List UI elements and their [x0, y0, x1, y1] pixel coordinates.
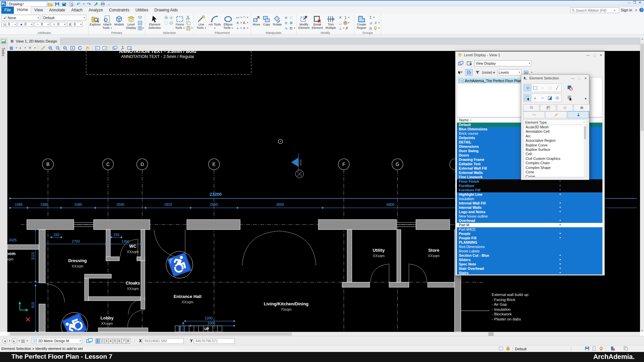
styles-tab[interactable] [557, 104, 573, 111]
brightness-icon[interactable]: ☀ [28, 46, 32, 50]
view-groups-icon[interactable] [86, 338, 93, 344]
tab-view[interactable]: View [31, 7, 46, 14]
dialog-maximize-icon[interactable]: ▢ [578, 76, 581, 80]
scrollbar-splitter[interactable] [488, 332, 494, 336]
element-type-scrollbar[interactable] [584, 126, 586, 177]
element-type-header[interactable]: Element Type˅ [523, 119, 587, 125]
element-type-item[interactable]: Annotation Cell [524, 129, 587, 134]
line-tools-button[interactable]: Line Tools ▾ [195, 14, 208, 29]
level-display-titlebar[interactable]: Level Display - View 1 —▢✕ [455, 52, 604, 58]
element-type-item[interactable]: Associative Region [524, 138, 587, 143]
tab-home[interactable]: Home [14, 6, 31, 14]
level-row[interactable]: Part M4(2) [457, 227, 602, 232]
models-button[interactable]: Models [113, 14, 125, 26]
copy-button[interactable]: Copy [262, 14, 272, 26]
view-previous-button[interactable]: ◄ [2, 338, 7, 344]
ellipse-tools-button[interactable]: Ellipse Tools ▾ [221, 14, 235, 29]
clipboard-icon[interactable] [623, 346, 628, 352]
modify-element-button[interactable]: Modify Element [297, 14, 311, 29]
level-display-button[interactable]: Level Display [125, 14, 137, 29]
display-style-icon[interactable]: ◐ [19, 46, 22, 50]
display-target-combo[interactable]: View Display▾ [474, 60, 531, 66]
element-type-item[interactable]: Acute3D Mesh [524, 125, 587, 129]
filter-icon[interactable] [474, 69, 481, 76]
view-toggle-1[interactable]: 1 [96, 339, 100, 344]
view-toggle-4[interactable]: 4 [109, 339, 113, 344]
collapse-ribbon-icon[interactable]: ∧ [635, 8, 637, 12]
rotate-view-icon[interactable] [77, 46, 83, 51]
change-level-button[interactable] [457, 69, 464, 76]
view-menu-icon[interactable] [127, 46, 132, 51]
view-tab[interactable]: View 1, 2D Metric Design [7, 38, 61, 45]
level-row[interactable]: Internal Walls• [457, 205, 602, 210]
dialog-minimize-icon[interactable]: — [571, 76, 574, 80]
ribbon-search[interactable]: ▾ [570, 7, 619, 13]
levels-tab[interactable] [523, 104, 539, 111]
select-shape-button[interactable]: ◌ [539, 84, 546, 91]
fence-tools-button[interactable]: Fence Tools ▾ [174, 14, 186, 29]
vertical-scrollbar[interactable]: ▲ ▼ [640, 38, 644, 332]
window-area-icon[interactable] [63, 46, 68, 51]
select-circle-button[interactable] [546, 84, 553, 91]
remove-from-selection-button[interactable]: − [539, 95, 546, 101]
arc-tools-button[interactable]: Arc Tools ▾ [208, 14, 221, 29]
attribute-mini-combo-1[interactable]: ■0▾ [18, 22, 33, 27]
zoom-in-icon[interactable] [48, 46, 53, 51]
tab-utilities[interactable]: Utilities [132, 7, 152, 14]
level-row[interactable]: People• [457, 232, 602, 236]
select-none-button[interactable] [566, 95, 574, 101]
zoom-out-icon[interactable] [55, 46, 60, 51]
view-toggle-7[interactable]: 7 [122, 339, 126, 344]
element-types-tab[interactable] [568, 111, 589, 118]
view-stack-button[interactable] [457, 60, 464, 67]
element-type-item[interactable]: Arc [524, 134, 587, 138]
dialog-maximize-icon[interactable]: ▢ [593, 53, 596, 57]
pan-view-icon[interactable] [85, 46, 90, 51]
close-button[interactable]: ✕ [637, 1, 643, 4]
view-toggle-5[interactable]: 5 [113, 339, 117, 344]
select-block-button[interactable] [531, 84, 539, 91]
levels-mode-combo[interactable]: Levels▾ [497, 69, 522, 75]
home-icon[interactable] [599, 346, 604, 352]
ribbon-search-input[interactable] [575, 8, 614, 13]
walk-icon[interactable] [120, 46, 125, 51]
weights-tab[interactable] [574, 104, 590, 111]
horizontal-scrollbar-thumb[interactable] [10, 333, 292, 336]
level-row[interactable]: Stair Overhead• [457, 266, 602, 271]
level-row[interactable]: PLANNING [457, 240, 602, 245]
level-row[interactable]: Logo and Notes• [457, 210, 602, 214]
vertical-scrollbar-thumb[interactable] [641, 44, 644, 131]
element-selection-titlebar[interactable]: Element Selection —▢✕ [521, 75, 589, 81]
view-next-icon[interactable] [102, 46, 107, 51]
level-row[interactable]: Red Dimensions [457, 245, 602, 249]
explorer-button[interactable]: Explorer [89, 14, 101, 26]
filter-value[interactable]: (none) ▾ [482, 70, 495, 74]
element-type-scrollbar-thumb[interactable] [584, 126, 586, 139]
clear-selection-button[interactable] [566, 84, 574, 91]
tab-file[interactable]: File [1, 7, 14, 14]
attribute-mini-combo-3[interactable]: ≡0▾ [51, 22, 66, 27]
tab-drawing-aids[interactable]: Drawing Aids [151, 7, 181, 14]
locks-icon[interactable] [505, 346, 511, 352]
level-row[interactable]: Furniture Fill• [457, 188, 602, 192]
dialog-close-icon[interactable]: ✕ [600, 53, 602, 57]
sign-in-link[interactable]: Sign in [621, 8, 632, 12]
level-row[interactable]: Sliders• [457, 258, 602, 262]
view-previous-icon[interactable] [95, 46, 100, 51]
tasks-panel[interactable]: Tasks [0, 38, 7, 332]
collapse-panel-icon[interactable]: ▲ [584, 97, 587, 100]
level-row[interactable]: People Fill• [457, 236, 602, 240]
break-element-button[interactable]: Break Element [311, 14, 324, 29]
notifications-icon[interactable] [610, 346, 615, 352]
copy-view-icon[interactable] [112, 46, 117, 51]
dialog-minimize-icon[interactable]: — [586, 53, 590, 57]
fit-view-icon[interactable] [70, 46, 75, 51]
model-selector-combo[interactable]: 2D Metric Design M▾ [32, 338, 82, 344]
dialog-close-icon[interactable]: ✕ [584, 76, 587, 80]
sheet-icon[interactable] [592, 346, 597, 352]
element-selection-button[interactable]: Element Selection [146, 14, 163, 29]
apply-to-open-views-button[interactable] [466, 60, 473, 67]
view-toggle-3[interactable]: 3 [104, 339, 108, 344]
element-type-item[interactable]: Cone [524, 170, 587, 174]
element-type-item[interactable]: Complex Chain [524, 161, 587, 165]
